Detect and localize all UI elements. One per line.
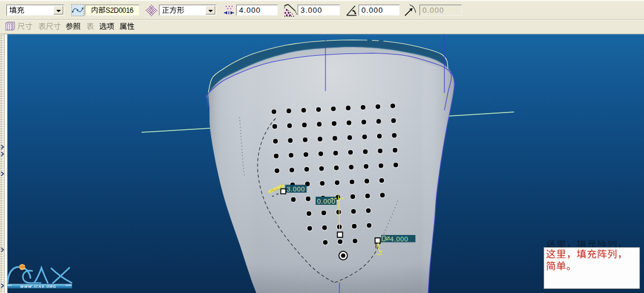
- svg-text:3.000: 3.000: [287, 186, 305, 193]
- svg-text:4.000: 4.000: [390, 236, 408, 243]
- svg-text:WWW.ICAX.ORG: WWW.ICAX.ORG: [20, 284, 57, 288]
